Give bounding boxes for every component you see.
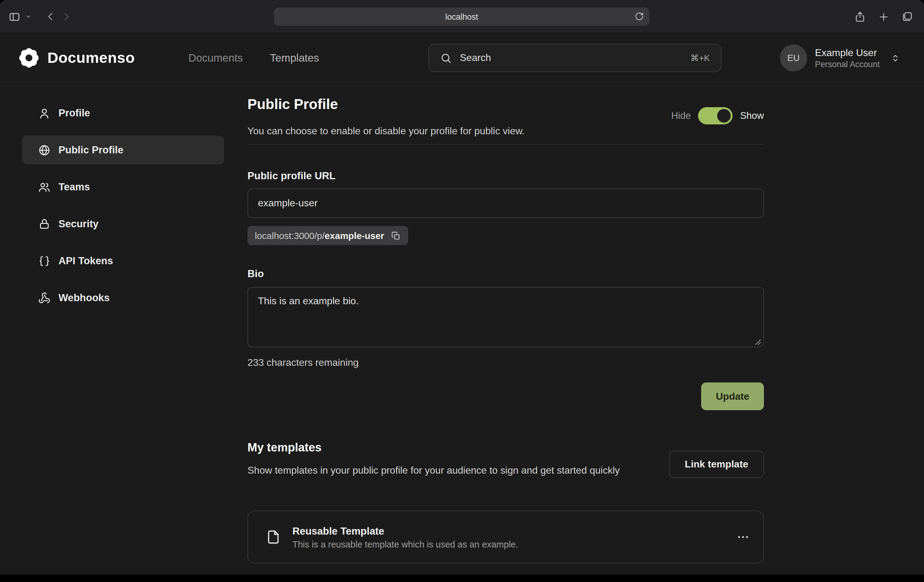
new-tab-icon[interactable] — [878, 12, 889, 22]
profile-url-input[interactable] — [248, 188, 764, 218]
safari-window: localhost — [0, 0, 924, 582]
documenso-logo-icon — [18, 48, 40, 68]
user-menu[interactable]: EU Example User Personal Account — [780, 33, 901, 83]
sidebar-item-webhooks[interactable]: Webhooks — [22, 283, 224, 312]
visibility-toggle-group: Hide Show — [671, 107, 764, 124]
browser-toolbar: localhost — [0, 0, 924, 33]
template-description: This is a reusable template which is use… — [292, 539, 518, 549]
sidebar-toggle-icon[interactable] — [8, 11, 20, 23]
sidebar-item-api-tokens[interactable]: API Tokens — [22, 246, 224, 275]
settings-sidebar: Profile Public Profile Teams Security AP… — [22, 99, 224, 312]
reload-icon[interactable] — [635, 12, 644, 21]
sidebar-item-label: API Tokens — [58, 255, 113, 267]
characters-remaining: 233 characters remaining — [248, 357, 358, 368]
search-icon — [440, 52, 452, 64]
page-subtitle: You can choose to enable or disable your… — [248, 126, 525, 137]
share-icon[interactable] — [855, 11, 866, 22]
lock-icon — [38, 218, 51, 230]
url-field-label: Public profile URL — [248, 170, 335, 182]
chevron-down-icon[interactable] — [25, 13, 31, 20]
my-templates-description: Show templates in your public profile fo… — [248, 463, 678, 478]
brand[interactable]: Documenso — [18, 33, 135, 83]
tab-overview-icon[interactable] — [902, 11, 913, 22]
app-header: Documenso Documents Templates Search ⌘+K… — [0, 33, 924, 83]
resize-grip-icon[interactable] — [755, 339, 761, 346]
webhook-icon — [38, 292, 51, 304]
braces-icon — [38, 255, 51, 267]
nav-templates[interactable]: Templates — [270, 51, 319, 64]
toggle-hide-label: Hide — [671, 110, 691, 121]
top-nav: Documents Templates — [188, 33, 319, 83]
page-title: Public Profile — [248, 96, 338, 113]
my-templates-title: My templates — [248, 441, 322, 455]
template-name: Reusable Template — [292, 525, 518, 537]
sidebar-item-label: Profile — [58, 107, 90, 119]
main-content: Public Profile You can choose to enable … — [248, 93, 764, 575]
sidebar-item-profile[interactable]: Profile — [22, 99, 224, 127]
profile-url-preview[interactable]: localhost:3000/p/example-user — [248, 226, 408, 245]
nav-documents[interactable]: Documents — [188, 51, 243, 64]
globe-icon — [38, 144, 51, 156]
copy-icon[interactable] — [391, 231, 401, 240]
brand-name: Documenso — [48, 49, 135, 66]
user-icon — [38, 107, 51, 119]
sidebar-item-teams[interactable]: Teams — [22, 172, 224, 202]
section-divider — [248, 144, 764, 145]
template-list-item[interactable]: Reusable Template This is a reusable tem… — [248, 511, 764, 564]
file-icon — [265, 529, 281, 545]
profile-visibility-switch[interactable] — [698, 107, 733, 124]
back-icon[interactable] — [45, 11, 56, 22]
link-template-button[interactable]: Link template — [669, 451, 764, 478]
address-bar[interactable]: localhost — [274, 7, 649, 26]
sidebar-item-security[interactable]: Security — [22, 209, 224, 238]
search-placeholder: Search — [460, 52, 682, 63]
toggle-show-label: Show — [740, 110, 764, 121]
sidebar-item-label: Webhooks — [58, 292, 110, 304]
search-shortcut: ⌘+K — [690, 53, 710, 63]
search-input[interactable]: Search ⌘+K — [429, 44, 721, 72]
bio-textarea[interactable]: This is an example bio. — [248, 287, 764, 347]
window-bottom-edge — [0, 575, 924, 582]
sidebar-item-public-profile[interactable]: Public Profile — [22, 136, 224, 164]
template-menu-button[interactable] — [736, 530, 750, 544]
users-icon — [38, 181, 51, 193]
switch-knob — [717, 109, 731, 122]
bio-field-label: Bio — [248, 268, 264, 279]
user-name: Example User — [815, 47, 879, 58]
sidebar-item-label: Public Profile — [58, 144, 124, 156]
forward-icon — [61, 11, 72, 22]
sidebar-item-label: Security — [58, 218, 99, 230]
update-button[interactable]: Update — [701, 382, 764, 410]
avatar: EU — [780, 45, 807, 71]
sidebar-item-label: Teams — [58, 181, 90, 193]
url-preview-text: localhost:3000/p/example-user — [255, 230, 384, 241]
user-account-type: Personal Account — [815, 60, 879, 69]
url-text: localhost — [274, 7, 649, 26]
chevrons-up-down-icon — [890, 53, 901, 63]
